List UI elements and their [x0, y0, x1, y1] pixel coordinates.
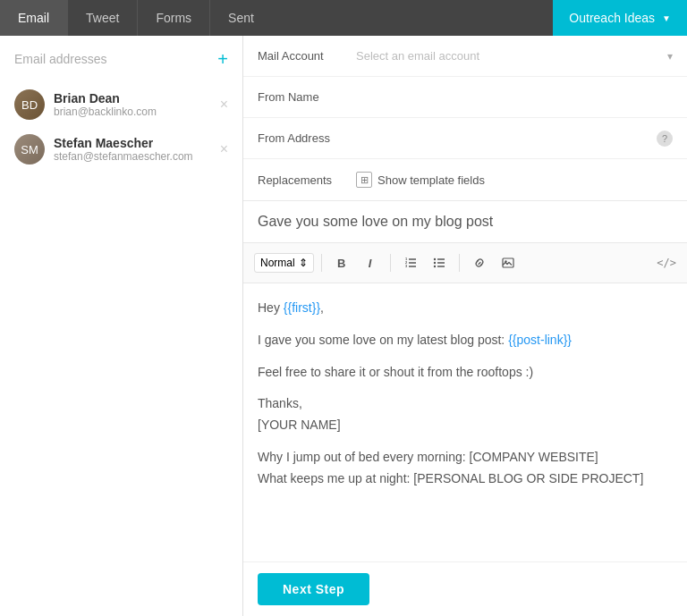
svg-point-11: [433, 266, 435, 267]
content-area: Mail Account Select an email account ▾ F…: [243, 36, 687, 616]
main-layout: Email addresses + BD Brian Dean brian@ba…: [0, 36, 687, 616]
toolbar-divider: [459, 254, 460, 272]
contact-info: Stefan Maescher stefan@stefanmaescher.co…: [54, 136, 228, 163]
remove-contact-button[interactable]: ×: [220, 141, 228, 157]
subject-area: [243, 201, 687, 243]
contact-email: brian@backlinko.com: [54, 105, 228, 118]
editor-toolbar: Normal ⇕ B I 1 2 3: [243, 243, 687, 283]
svg-point-10: [433, 262, 435, 264]
contact-info: Brian Dean brian@backlinko.com: [54, 91, 228, 118]
format-select[interactable]: Normal ⇕: [254, 253, 314, 273]
subject-input[interactable]: [258, 214, 673, 230]
body-line-5: Why I jump out of bed every morning: [CO…: [258, 447, 673, 490]
replacements-row: Replacements ⊞ Show template fields: [243, 159, 687, 200]
bold-button[interactable]: B: [329, 250, 354, 275]
svg-text:3: 3: [405, 264, 408, 268]
ordered-list-button[interactable]: 1 2 3: [398, 250, 423, 275]
next-step-button[interactable]: Next Step: [258, 573, 369, 605]
avatar: SM: [14, 134, 45, 165]
replacements-label: Replacements: [258, 173, 356, 187]
mail-account-label: Mail Account: [258, 49, 356, 63]
contact-email: stefan@stefanmaescher.com: [54, 150, 228, 163]
tab-forms[interactable]: Forms: [138, 0, 210, 36]
add-email-button[interactable]: +: [217, 50, 228, 68]
remove-contact-button[interactable]: ×: [220, 97, 228, 113]
from-name-label: From Name: [258, 90, 356, 104]
mail-account-row: Mail Account Select an email account ▾: [243, 36, 687, 77]
tab-sent[interactable]: Sent: [210, 0, 553, 36]
email-addresses-sidebar: Email addresses + BD Brian Dean brian@ba…: [0, 36, 243, 616]
contact-name: Brian Dean: [54, 91, 228, 105]
contact-item: BD Brian Dean brian@backlinko.com ×: [14, 82, 228, 127]
template-var-first: {{first}}: [284, 300, 320, 315]
code-button[interactable]: </>: [657, 257, 676, 269]
tab-email[interactable]: Email: [0, 0, 68, 36]
avatar: BD: [14, 89, 45, 120]
from-name-input[interactable]: [356, 90, 673, 104]
body-line-1: Hey {{first}},: [258, 298, 673, 319]
form-fields: Mail Account Select an email account ▾ F…: [243, 36, 687, 201]
outreach-ideas-button[interactable]: Outreach Ideas ▼: [553, 0, 687, 36]
toolbar-divider: [390, 254, 391, 272]
template-icon: ⊞: [356, 172, 372, 188]
from-address-value: ?: [356, 131, 673, 147]
body-line-3: Feel free to share it or shout it from t…: [258, 362, 673, 384]
tab-tweet[interactable]: Tweet: [68, 0, 138, 36]
svg-point-9: [433, 258, 435, 260]
unordered-list-button[interactable]: [427, 250, 452, 275]
contact-name: Stefan Maescher: [54, 136, 228, 150]
chevron-down-icon: ▼: [662, 13, 671, 23]
top-navigation: Email Tweet Forms Sent Outreach Ideas ▼: [0, 0, 687, 36]
body-line-4: Thanks,[YOUR NAME]: [258, 393, 673, 436]
body-line-2: I gave you some love on my latest blog p…: [258, 330, 673, 351]
italic-button[interactable]: I: [358, 250, 383, 275]
template-var-post-link: {{post-link}}: [508, 333, 572, 347]
your-name-placeholder: [YOUR NAME]: [258, 418, 341, 432]
editor-body[interactable]: Hey {{first}}, I gave you some love on m…: [243, 283, 687, 561]
sidebar-header: Email addresses +: [14, 50, 228, 68]
from-address-row: From Address ?: [243, 118, 687, 159]
from-name-row: From Name: [243, 77, 687, 118]
contact-item: SM Stefan Maescher stefan@stefanmaescher…: [14, 127, 228, 172]
help-icon[interactable]: ?: [657, 131, 673, 147]
from-address-label: From Address: [258, 131, 356, 145]
chevron-down-icon: ▾: [667, 50, 673, 63]
toolbar-divider: [321, 254, 322, 272]
from-address-input[interactable]: [356, 131, 657, 145]
footer-area: Next Step: [243, 561, 687, 616]
image-button[interactable]: [496, 250, 521, 275]
link-button[interactable]: [467, 250, 492, 275]
sidebar-title: Email addresses: [14, 52, 107, 66]
chevron-up-down-icon: ⇕: [299, 257, 308, 269]
mail-account-value[interactable]: Select an email account ▾: [356, 49, 673, 63]
show-template-fields-button[interactable]: ⊞ Show template fields: [356, 172, 485, 188]
